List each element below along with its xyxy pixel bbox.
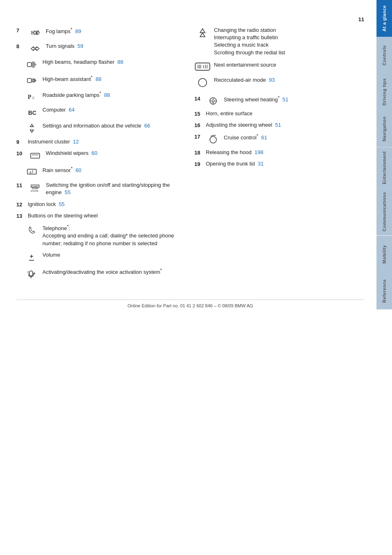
parking-lamps-icon: P ≤	[24, 90, 39, 102]
item-13-row: 13 Buttons on the steering wheel	[16, 212, 186, 219]
high-beam-assistant-icon	[24, 74, 39, 86]
svg-line-55	[215, 135, 216, 136]
svg-rect-13	[27, 78, 31, 83]
cruise-control-icon	[206, 133, 220, 145]
item-15-text: Horn, entire surface	[206, 110, 364, 117]
sidebar-tab-controls[interactable]: Controls	[376, 37, 392, 74]
sidebar-tab-reference[interactable]: Reference	[376, 273, 392, 309]
item-13-volume-row: + Volume	[24, 251, 186, 263]
sidebar-tab-mobility[interactable]: Mobility	[376, 236, 392, 273]
svg-marker-20	[30, 124, 33, 127]
item-13-voice-row: Activating/deactivating the voice activa…	[24, 267, 186, 279]
item-8-text: Turn signals 59	[46, 43, 186, 50]
item-8d-text: Roadside parking lamps* 88	[42, 90, 186, 99]
turn-signals-icon	[28, 43, 42, 54]
voice-activation-icon	[24, 267, 39, 279]
item-13-number: 13	[16, 212, 24, 219]
sidebar-tab-navigation[interactable]: Navigation	[376, 110, 392, 147]
telephone-icon	[24, 224, 39, 235]
svg-rect-22	[31, 153, 40, 158]
item-14-row: 14 ||| Steering wheel heating* 51	[194, 95, 364, 107]
main-content: 11 7 Fog lamps*	[0, 0, 376, 555]
item-11-number: 11	[16, 181, 24, 188]
item-16-row: 16 Adjusting the steering wheel 51	[194, 121, 364, 129]
svg-text:ENGINE: ENGINE	[31, 190, 39, 192]
sidebar-tab-at-a-glance[interactable]: At a glance	[376, 0, 392, 37]
item-8c-text: High-beam assistant* 88	[42, 74, 186, 83]
svg-text:P: P	[28, 94, 31, 100]
svg-text:+: +	[30, 253, 33, 260]
svg-text:∧: ∧	[29, 170, 32, 175]
item-18-text: Releasing the hood 198	[206, 149, 364, 156]
svg-rect-39	[195, 63, 210, 70]
item-15-number: 15	[194, 110, 203, 117]
item-10b-text: Rain sensor* 60	[42, 166, 186, 175]
item-17-text: Cruise control* 61	[224, 133, 364, 142]
item-16-text: Adjusting the steering wheel 51	[206, 121, 364, 129]
item-8b-row: High beams, headlamp flasher 88	[24, 58, 186, 70]
sidebar-tab-driving-tips[interactable]: Driving tips	[376, 74, 392, 110]
recirculated-air-icon	[194, 76, 211, 88]
item-18-number: 18	[194, 149, 203, 156]
item-7-row: 7 Fog lamps* 89	[16, 27, 186, 38]
svg-marker-21	[30, 130, 33, 132]
item-8d-row: P ≤ Roadside parking lamps* 88	[24, 90, 186, 102]
item-13-telephone-row: Telephone*: Accepting and ending a call;…	[24, 224, 186, 247]
item-8c-row: High-beam assistant* 88	[24, 74, 186, 86]
svg-point-54	[210, 137, 216, 143]
item-12-text: Ignition lock 55	[28, 201, 186, 208]
right-top-row: Changing the radio station Interrupting …	[194, 27, 364, 56]
item-8b-text: High beams, headlamp flasher 88	[42, 58, 186, 66]
sidebar-tab-entertainment[interactable]: Entertainment	[376, 147, 392, 188]
item-19-text: Opening the trunk lid 31	[206, 160, 364, 168]
right-column: Changing the radio station Interrupting …	[194, 27, 364, 283]
item-11-text: Switching the ignition on/off and starti…	[46, 181, 186, 196]
item-9-row: 9 Instrument cluster 12	[16, 138, 186, 145]
windshield-wipers-icon	[28, 150, 42, 161]
right-ent-row: Next entertainment source	[194, 61, 364, 72]
item-8f-row: Settings and information about the vehic…	[24, 122, 186, 134]
item-8-number: 8	[16, 43, 24, 49]
page-footer: Online Edition for Part no. 01 41 2 602 …	[16, 300, 364, 308]
rain-sensor-icon: ∧	[24, 166, 39, 177]
item-9-text: Instrument cluster 12	[28, 138, 186, 145]
item-10-number: 10	[16, 150, 24, 157]
svg-rect-7	[27, 63, 31, 67]
svg-marker-6	[35, 47, 39, 51]
item-17-row: 17 Cruise control* 61	[194, 133, 364, 145]
ignition-start-icon: START STOP ENGINE	[28, 181, 42, 193]
computer-icon: BC	[24, 106, 39, 118]
right-ent-text: Next entertainment source	[214, 61, 364, 69]
high-beams-icon	[24, 58, 39, 70]
sidebar: At a glance Controls Driving tips Naviga…	[376, 0, 392, 555]
item-10-text: Windshield wipers 60	[46, 150, 186, 157]
item-11-row: 11 START STOP ENGINE Switching the ignit…	[16, 181, 186, 196]
left-column: 7 Fog lamps* 89	[16, 27, 186, 283]
fog-lamps-icon	[28, 27, 42, 38]
svg-marker-5	[31, 47, 35, 51]
settings-icon	[24, 122, 39, 134]
page-number: 11	[16, 16, 364, 22]
item-14-number: 14	[194, 95, 203, 102]
sidebar-tab-communications[interactable]: Communications	[376, 188, 392, 235]
item-7-text: Fog lamps* 89	[46, 27, 186, 36]
item-13-text: Buttons on the steering wheel	[28, 212, 186, 219]
item-9-number: 9	[16, 138, 24, 145]
item-8e-row: BC Computer 64	[24, 106, 186, 118]
item-8f-text: Settings and information about the vehic…	[42, 122, 186, 130]
svg-marker-38	[200, 33, 205, 37]
item-12-number: 12	[16, 201, 24, 208]
volume-icon: +	[24, 251, 39, 263]
right-air-row: Recirculated-air mode 93	[194, 76, 364, 88]
steering-wheel-heating-icon: |||	[206, 95, 220, 107]
item-12-row: 12 Ignition lock 55	[16, 201, 186, 208]
svg-marker-37	[200, 29, 205, 33]
svg-text:|||: |||	[212, 101, 214, 103]
right-air-text: Recirculated-air mode 93	[214, 76, 364, 84]
two-column-layout: 7 Fog lamps* 89	[16, 27, 364, 283]
item-8e-text: Computer 64	[42, 106, 186, 114]
item-15-row: 15 Horn, entire surface	[194, 110, 364, 117]
item-13-voice-text: Activating/deactivating the voice activa…	[42, 267, 186, 276]
item-17-number: 17	[194, 133, 203, 140]
item-13-telephone-text: Telephone*: Accepting and ending a call;…	[42, 224, 186, 247]
